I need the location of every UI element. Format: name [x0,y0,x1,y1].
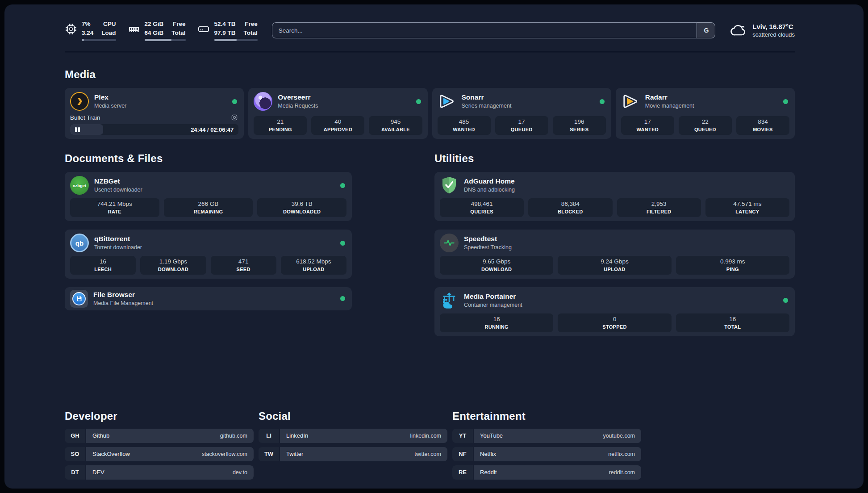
adguard-shield-icon [440,176,459,195]
stat-running: 16 RUNNING [440,313,553,332]
app-subtitle: Series management [462,103,594,109]
status-dot [783,298,788,303]
app-subtitle: Speedtest Tracking [464,244,789,251]
app-card-plex[interactable]: Plex Media server Bullet Train [65,88,244,139]
bookmark-dev-to[interactable]: DT DEV dev.to [65,465,254,480]
stat-queries: 498,461 QUERIES [440,198,524,217]
bookmark-url: netflix.com [608,451,635,457]
app-name: Sonarr [462,93,594,102]
bookmark-url: reddit.com [609,469,635,476]
status-dot [340,296,345,301]
stat-remaining: 266 GB REMAINING [164,198,253,217]
bookmark-body: DEV dev.to [86,465,254,480]
bookmark-body: LinkedIn linkedin.com [280,429,447,443]
bookmark-netflix[interactable]: NF Netflix netflix.com [452,447,641,461]
bookmark-youtube[interactable]: YT YouTube youtube.com [452,429,641,443]
plex-now-playing: Bullet Train 24:44 / 02:06:4 [70,111,238,135]
stat-movies: 834 MOVIES [736,116,789,135]
developer-section-title: Developer [65,410,254,422]
bookmark-url: twitter.com [414,451,441,457]
status-dot [340,183,345,188]
bookmark-body: Github github.com [86,429,254,443]
section-social: Social LI LinkedIn linkedin.com TW Twitt… [259,410,447,480]
app-card-adguard[interactable]: AdGuard Home DNS and adblocking 498,461 … [434,172,795,221]
cloud-icon [730,22,747,38]
stat-leech: 16 LEECH [70,256,136,275]
app-subtitle: Media Requests [278,103,410,109]
media-section-title: Media [65,68,795,81]
app-card-qbittorrent[interactable]: qb qBittorrent Torrent downloader 16 LEE… [65,230,352,279]
radarr-icon [621,92,640,111]
bookmark-github[interactable]: GH Github github.com [65,429,254,443]
app-card-overseerr[interactable]: Overseerr Media Requests 21 PENDING 40 A… [248,88,427,139]
bookmark-abbr: DT [65,465,85,480]
stat-ping: 0.993 ms PING [676,256,789,275]
section-entertainment: Entertainment YT YouTube youtube.com NF … [452,410,641,480]
bookmark-body: Twitter twitter.com [280,447,447,461]
bookmark-twitter[interactable]: TW Twitter twitter.com [259,447,447,461]
search-engine-badge[interactable]: G [697,22,715,38]
bookmark-abbr: TW [259,447,279,461]
app-name: Speedtest [464,235,789,243]
nzbget-icon: nzbget [70,176,89,195]
app-name: qBittorrent [94,235,335,243]
disk-total-value: 97.9 TB [214,29,236,38]
app-subtitle: Media server [94,103,227,109]
ram-total-label: Total [171,29,185,38]
bookmark-reddit[interactable]: RE Reddit reddit.com [452,465,641,480]
app-card-sonarr[interactable]: Sonarr Series management 485 WANTED 17 Q… [432,88,611,139]
app-name: File Browser [93,291,335,299]
entertainment-section-title: Entertainment [452,410,641,422]
top-bar: 7% CPU 3.24 Load [65,4,795,41]
search-bar: G [272,22,715,38]
system-metrics: 7% CPU 3.24 Load [65,20,258,41]
bookmark-name: LinkedIn [286,432,308,439]
weather-location-temp: Lviv, 16.87°C [752,23,795,30]
bookmark-stackoverflow[interactable]: SO StackOverflow stackoverflow.com [65,447,254,461]
stat-downloaded: 39.6 TB DOWNLOADED [257,198,346,217]
portainer-crane-icon [440,291,459,310]
app-name: AdGuard Home [464,177,789,186]
bookmark-abbr: NF [452,447,473,461]
playback-progress-bar[interactable]: 24:44 / 02:06:47 [70,124,238,135]
app-subtitle: Torrent downloader [94,244,335,251]
pause-icon[interactable] [75,127,80,132]
bookmark-abbr: SO [65,447,85,461]
bookmark-abbr: GH [65,429,85,443]
status-dot [600,99,605,104]
app-card-filebrowser[interactable]: File Browser Media File Management [65,287,352,310]
bookmark-url: youtube.com [603,433,635,439]
bookmark-body: Reddit reddit.com [474,465,641,480]
section-documents: Documents & Files nzbget NZBGet Usenet d… [65,152,352,336]
app-name: Plex [94,93,227,102]
qbittorrent-icon: qb [70,234,89,252]
gear-icon[interactable] [230,113,238,121]
speedtest-pulse-icon [440,234,459,252]
stat-wanted: 17 WANTED [621,116,674,135]
cpu-usage-label: CPU [103,20,116,29]
stat-available: 945 AVAILABLE [369,116,422,135]
app-card-speedtest[interactable]: Speedtest Speedtest Tracking 9.65 Gbps D… [434,230,795,279]
stat-upload: 618.52 Mbps UPLOAD [281,256,346,275]
status-dot [783,99,788,104]
app-card-portainer[interactable]: Media Portainer Container management 16 … [434,287,795,336]
cpu-load-label: Load [101,29,116,38]
disk-progress-bar [214,39,258,41]
plex-icon [70,92,89,111]
cpu-widget: 7% CPU 3.24 Load [65,20,116,41]
status-dot [416,99,421,104]
app-card-radarr[interactable]: Radarr Movie management 17 WANTED 22 QUE… [616,88,795,139]
search-input[interactable] [272,22,715,38]
weather-widget: Lviv, 16.87°C scattered clouds [730,22,795,38]
sonarr-icon [438,92,456,111]
bookmark-linkedin[interactable]: LI LinkedIn linkedin.com [259,429,447,443]
bookmark-name: Netflix [480,451,496,457]
cpu-icon [65,23,77,35]
ram-free-label: Free [173,20,186,29]
section-developer: Developer GH Github github.com SO StackO… [65,410,254,480]
app-name: Media Portainer [464,292,778,301]
app-subtitle: DNS and adblocking [464,187,789,193]
app-card-nzbget[interactable]: nzbget NZBGet Usenet downloader 744.21 M… [65,172,352,221]
disk-free-value: 52.4 TB [214,20,236,29]
disk-icon [197,23,210,35]
